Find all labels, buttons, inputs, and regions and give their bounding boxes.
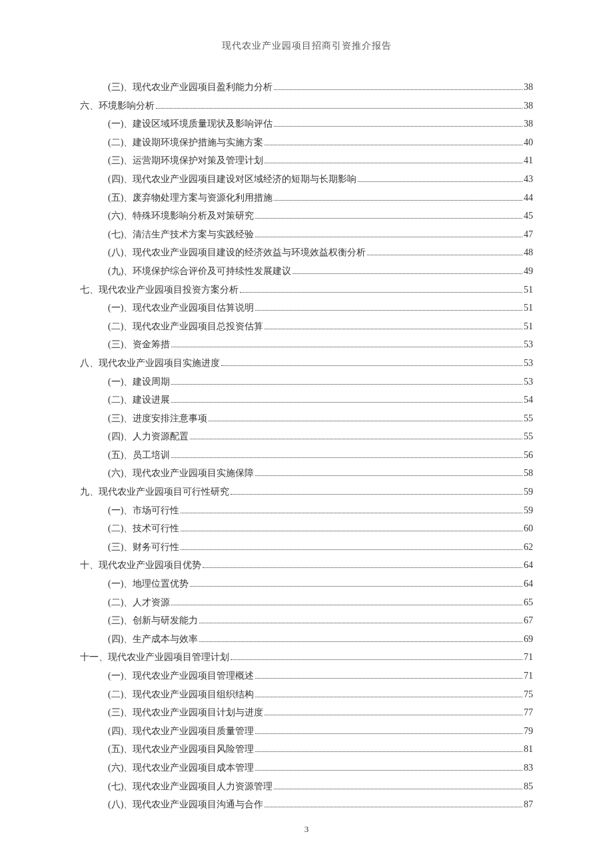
toc-entry-text: (七)、现代农业产业园项目人力资源管理 <box>108 778 273 796</box>
toc-entry-page: 51 <box>524 281 533 299</box>
toc-leader-dots <box>255 733 522 734</box>
toc-entry-page: 38 <box>524 115 533 133</box>
toc-entry-page: 47 <box>524 226 533 244</box>
toc-entry-text: (六)、现代农业产业园项目成本管理 <box>108 759 254 777</box>
toc-entry: (二)、建设期环境保护措施与实施方案40 <box>80 134 533 152</box>
toc-entry: (二)、人才资源65 <box>80 594 533 612</box>
toc-leader-dots <box>255 218 522 219</box>
toc-entry-page: 75 <box>524 686 533 704</box>
toc-leader-dots <box>358 181 522 182</box>
toc-entry-page: 87 <box>524 796 533 814</box>
toc-leader-dots <box>367 255 522 255</box>
toc-entry-page: 45 <box>524 207 533 225</box>
toc-entry-text: (八)、现代农业产业园项目沟通与合作 <box>108 796 263 814</box>
toc-entry-page: 62 <box>524 539 533 557</box>
toc-entry-page: 60 <box>524 520 533 538</box>
toc-leader-dots <box>255 697 522 697</box>
toc-leader-dots <box>231 659 522 660</box>
toc-entry-text: (六)、特殊环境影响分析及对策研究 <box>108 207 254 225</box>
toc-entry-text: (三)、进度安排注意事项 <box>108 410 207 428</box>
toc-entry: 十、现代农业产业园项目优势64 <box>80 557 533 575</box>
toc-entry-text: (四)、现代农业产业园项目质量管理 <box>108 723 254 741</box>
toc-entry: (八)、现代农业产业园项目沟通与合作87 <box>80 796 533 814</box>
toc-leader-dots <box>209 421 522 421</box>
toc-leader-dots <box>274 789 522 789</box>
toc-entry-text: (一)、建设周期 <box>108 373 170 391</box>
toc-entry-page: 81 <box>524 741 533 759</box>
toc-entry-text: (二)、人才资源 <box>108 594 170 612</box>
toc-leader-dots <box>171 457 522 458</box>
toc-entry: (四)、生产成本与效率69 <box>80 631 533 649</box>
toc-entry: 八、现代农业产业园项目实施进度53 <box>80 355 533 373</box>
toc-entry-page: 64 <box>524 557 533 575</box>
toc-entry: (九)、环境保护综合评价及可持续性发展建议49 <box>80 263 533 281</box>
toc-leader-dots <box>231 494 522 495</box>
toc-leader-dots <box>274 200 522 201</box>
toc-entry: (六)、特殊环境影响分析及对策研究45 <box>80 207 533 225</box>
toc-entry-text: (三)、创新与研发能力 <box>108 612 198 630</box>
toc-entry: (五)、废弃物处理方案与资源化利用措施44 <box>80 189 533 207</box>
toc-entry-text: 十、现代农业产业园项目优势 <box>80 557 201 575</box>
table-of-contents: (三)、现代农业产业园项目盈利能力分析38六、环境影响分析38(一)、建设区域环… <box>80 79 533 814</box>
toc-entry-text: 九、现代农业产业园项目可行性研究 <box>80 483 229 501</box>
toc-entry-text: (二)、建设进展 <box>108 391 170 409</box>
toc-entry-text: (三)、现代农业产业园项目计划与进度 <box>108 704 263 722</box>
toc-entry-text: (一)、建设区域环境质量现状及影响评估 <box>108 115 273 133</box>
toc-entry-page: 49 <box>524 263 533 281</box>
toc-leader-dots <box>181 531 522 531</box>
toc-entry: (三)、进度安排注意事项55 <box>80 410 533 428</box>
toc-entry: (一)、市场可行性59 <box>80 502 533 520</box>
toc-entry-text: (二)、现代农业产业园项目总投资估算 <box>108 318 263 336</box>
toc-leader-dots <box>181 549 522 550</box>
toc-leader-dots <box>255 237 522 237</box>
toc-entry: (三)、现代农业产业园项目盈利能力分析38 <box>80 79 533 97</box>
toc-entry-text: (二)、技术可行性 <box>108 520 179 538</box>
toc-entry: (四)、人力资源配置55 <box>80 428 533 446</box>
toc-entry: (二)、建设进展54 <box>80 391 533 409</box>
toc-leader-dots <box>190 439 522 439</box>
toc-leader-dots <box>171 384 522 385</box>
toc-entry-text: (五)、现代农业产业园项目风险管理 <box>108 741 254 759</box>
toc-leader-dots <box>221 365 522 366</box>
toc-leader-dots <box>255 678 522 679</box>
toc-entry-text: (三)、运营期环境保护对策及管理计划 <box>108 152 263 170</box>
toc-leader-dots <box>265 807 522 807</box>
page-number: 3 <box>0 824 613 835</box>
toc-entry-page: 51 <box>524 318 533 336</box>
toc-leader-dots <box>265 145 522 145</box>
toc-entry-text: (三)、资金筹措 <box>108 336 170 354</box>
toc-entry: (一)、现代农业产业园项目管理概述71 <box>80 667 533 685</box>
toc-entry-page: 56 <box>524 447 533 465</box>
toc-leader-dots <box>171 605 522 605</box>
toc-entry-page: 48 <box>524 244 533 262</box>
toc-leader-dots <box>240 292 522 293</box>
toc-leader-dots <box>255 770 522 771</box>
toc-entry-text: (二)、现代农业产业园项目组织结构 <box>108 686 254 704</box>
toc-entry-text: (四)、人力资源配置 <box>108 428 189 446</box>
toc-entry-page: 71 <box>524 667 533 685</box>
toc-entry: (四)、现代农业产业园项目建设对区域经济的短期与长期影响43 <box>80 171 533 189</box>
toc-entry: (一)、建设区域环境质量现状及影响评估38 <box>80 115 533 133</box>
toc-leader-dots <box>199 641 522 642</box>
toc-leader-dots <box>171 347 522 347</box>
toc-entry-page: 54 <box>524 391 533 409</box>
toc-entry: (三)、财务可行性62 <box>80 539 533 557</box>
toc-entry: (三)、运营期环境保护对策及管理计划41 <box>80 152 533 170</box>
toc-entry-page: 65 <box>524 594 533 612</box>
toc-entry-page: 64 <box>524 575 533 593</box>
toc-leader-dots <box>181 513 522 513</box>
toc-entry-page: 53 <box>524 355 533 373</box>
toc-entry-text: (一)、现代农业产业园项目估算说明 <box>108 299 254 317</box>
toc-entry-text: (三)、现代农业产业园项目盈利能力分析 <box>108 79 273 97</box>
toc-entry: (三)、资金筹措53 <box>80 336 533 354</box>
toc-entry: (八)、现代农业产业园项目建设的经济效益与环境效益权衡分析48 <box>80 244 533 262</box>
toc-entry: (七)、清洁生产技术方案与实践经验47 <box>80 226 533 244</box>
toc-leader-dots <box>199 623 522 623</box>
toc-leader-dots <box>156 108 522 109</box>
toc-entry-text: 八、现代农业产业园项目实施进度 <box>80 355 220 373</box>
toc-leader-dots <box>274 89 522 90</box>
toc-entry-text: (四)、现代农业产业园项目建设对区域经济的短期与长期影响 <box>108 171 356 189</box>
toc-entry: (五)、现代农业产业园项目风险管理81 <box>80 741 533 759</box>
toc-entry-text: (八)、现代农业产业园项目建设的经济效益与环境效益权衡分析 <box>108 244 366 262</box>
toc-entry-page: 67 <box>524 612 533 630</box>
